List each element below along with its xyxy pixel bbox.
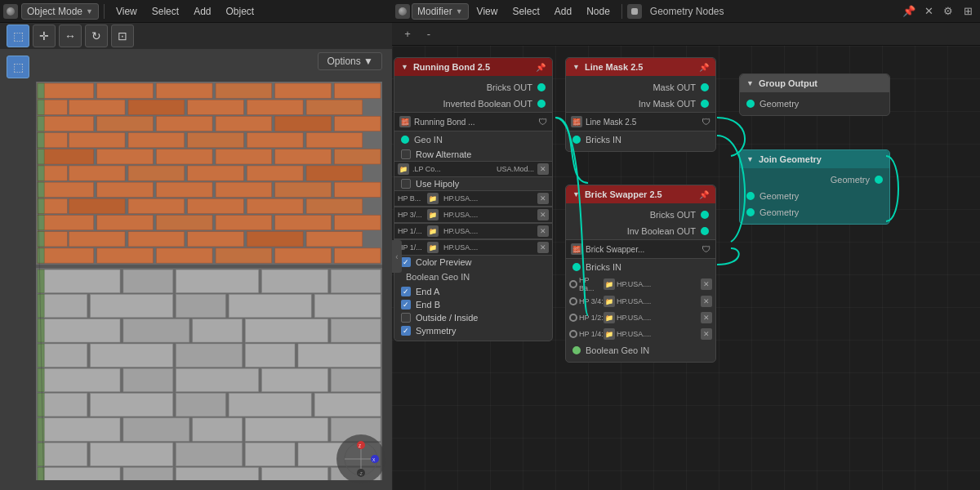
svg-rect-18 xyxy=(216,116,272,131)
symmetry-checkbox[interactable]: ✓ xyxy=(401,326,411,336)
hp-34-remove[interactable]: ✕ xyxy=(701,296,712,307)
end-b-checkbox[interactable]: ✓ xyxy=(401,300,411,310)
close-button[interactable]: ✕ xyxy=(920,2,938,20)
svg-rect-34 xyxy=(334,149,381,164)
running-bond-pin[interactable]: 📌 xyxy=(536,63,546,72)
svg-rect-60 xyxy=(216,216,272,230)
socket-bricks-in-lm[interactable] xyxy=(572,136,581,144)
socket-geo-in[interactable] xyxy=(401,136,409,144)
menu-view-right[interactable]: View xyxy=(470,4,505,19)
menu-view-left[interactable]: View xyxy=(109,4,144,19)
object-mode-selector[interactable]: Object Mode ▼ xyxy=(21,3,99,20)
color-preview-checkbox[interactable]: ✓ xyxy=(401,257,411,267)
menu-add-right[interactable]: Add xyxy=(548,4,578,19)
socket-bricks-out-bs[interactable] xyxy=(701,211,709,219)
svg-rect-39 xyxy=(188,166,244,180)
node-line-mask-header[interactable]: ▼ Line Mask 2.5 📌 xyxy=(566,58,715,76)
svg-rect-42 xyxy=(38,166,44,180)
options-button[interactable]: Options ▼ xyxy=(318,52,382,70)
select-tool[interactable]: ⬚ xyxy=(7,24,29,47)
socket-bricks-in-bs[interactable] xyxy=(572,263,581,271)
rotate-tool[interactable]: ↻ xyxy=(85,24,108,47)
svg-rect-14 xyxy=(38,100,44,114)
svg-rect-72 xyxy=(97,248,154,263)
lp-co-remove[interactable]: ✕ xyxy=(537,163,549,175)
svg-rect-45 xyxy=(156,182,212,197)
socket-geometry-go[interactable] xyxy=(746,100,755,108)
svg-rect-51 xyxy=(69,198,125,213)
node-running-bond-header[interactable]: ▼ Running Bond 2.5 📌 xyxy=(394,58,552,76)
svg-rect-94 xyxy=(245,319,327,342)
end-a-checkbox[interactable]: ✓ xyxy=(401,287,411,296)
menu-object-left[interactable]: Object xyxy=(219,4,261,19)
brick-swapper-pin[interactable]: 📌 xyxy=(699,190,709,199)
zoom-out-btn[interactable]: - xyxy=(420,25,438,43)
socket-inv-bool-out-bs[interactable] xyxy=(701,227,709,235)
socket-geometry-out-jg[interactable] xyxy=(875,176,883,184)
socket-mask-out[interactable] xyxy=(701,83,709,91)
row-alternate-checkbox[interactable] xyxy=(401,149,411,159)
menu-add-left[interactable]: Add xyxy=(187,4,217,19)
socket-hp-ba[interactable] xyxy=(569,280,577,288)
hp-1b-icon: 📁 xyxy=(427,242,439,253)
socket-hp-34[interactable] xyxy=(569,297,577,305)
socket-inv-mask-out[interactable] xyxy=(701,100,709,108)
workspace-icon xyxy=(627,4,642,19)
svg-rect-49 xyxy=(38,182,44,197)
hp-ba-remove[interactable]: ✕ xyxy=(701,278,712,290)
output-inv-boolean-out: Inverted Boolean OUT xyxy=(394,96,552,112)
pin-button[interactable]: 📌 xyxy=(900,2,918,20)
menu-select-left[interactable]: Select xyxy=(145,4,185,19)
svg-rect-53 xyxy=(188,198,244,213)
svg-rect-68 xyxy=(247,232,303,247)
svg-rect-6 xyxy=(334,83,381,98)
socket-inv-bool-out[interactable] xyxy=(537,100,546,108)
nav-gizmo[interactable]: Z X -Z xyxy=(336,434,385,483)
svg-rect-33 xyxy=(275,149,332,164)
socket-hp-12[interactable] xyxy=(569,314,577,322)
hp-1b-remove[interactable]: ✕ xyxy=(537,242,549,253)
svg-rect-130 xyxy=(262,467,328,480)
modifier-mode-selector[interactable]: Modifier ▼ xyxy=(412,3,469,20)
outside-inside-checkbox[interactable] xyxy=(401,313,411,323)
node-brick-swapper: ▼ Brick Swapper 2.5 📌 Bricks OUT Inv Boo… xyxy=(565,185,716,363)
node-brick-swapper-header[interactable]: ▼ Brick Swapper 2.5 📌 xyxy=(566,185,715,203)
separator2 xyxy=(621,4,622,19)
input-bricks-in-lm: Bricks IN xyxy=(566,131,715,148)
svg-rect-31 xyxy=(156,149,212,164)
svg-rect-90 xyxy=(38,294,44,317)
hp-3-remove[interactable]: ✕ xyxy=(537,209,549,220)
socket-geometry1-jg[interactable] xyxy=(746,192,755,200)
svg-rect-29 xyxy=(38,149,94,164)
menu-node-right[interactable]: Node xyxy=(580,4,617,19)
socket-hp-14[interactable] xyxy=(569,330,577,338)
line-mask-pin[interactable]: 📌 xyxy=(699,63,709,72)
svg-rect-76 xyxy=(334,248,381,263)
tool-select-box[interactable]: ⬚ xyxy=(7,56,29,78)
hp-1a-remove[interactable]: ✕ xyxy=(537,225,549,237)
zoom-in-btn[interactable]: + xyxy=(399,25,416,43)
fullscreen-button[interactable]: ⊞ xyxy=(959,2,977,20)
menu-select-right[interactable]: Select xyxy=(506,4,546,19)
svg-rect-65 xyxy=(69,232,125,247)
svg-rect-97 xyxy=(38,344,87,367)
hp-12-remove[interactable]: ✕ xyxy=(701,312,712,323)
color-preview-row: ✓ Color Preview xyxy=(394,256,552,269)
node-join-geometry-header[interactable]: ▼ Join Geometry xyxy=(740,150,889,168)
hp-14-remove[interactable]: ✕ xyxy=(701,328,712,340)
node-line-mask: ▼ Line Mask 2.5 📌 Mask OUT Inv Mask OUT … xyxy=(565,57,716,152)
input-bricks-in-bs: Bricks IN xyxy=(566,259,715,275)
socket-bricks-out[interactable] xyxy=(537,83,546,91)
cursor-tool[interactable]: ✛ xyxy=(33,24,56,47)
scroll-handle-left[interactable]: ‹ xyxy=(392,240,402,273)
scale-tool[interactable]: ⊡ xyxy=(111,24,134,47)
socket-geometry2-jg[interactable] xyxy=(746,208,755,216)
move-tool[interactable]: ↔ xyxy=(59,24,82,47)
socket-bool-geo-bs[interactable] xyxy=(572,346,581,354)
line-mask-icon: 🧱 xyxy=(571,116,582,127)
svg-rect-116 xyxy=(123,418,189,441)
hp-b-remove[interactable]: ✕ xyxy=(537,193,549,204)
settings-button[interactable]: ⚙ xyxy=(939,2,957,20)
use-hipoly-checkbox[interactable] xyxy=(401,179,411,189)
node-group-output-header[interactable]: ▼ Group Output xyxy=(740,74,889,92)
